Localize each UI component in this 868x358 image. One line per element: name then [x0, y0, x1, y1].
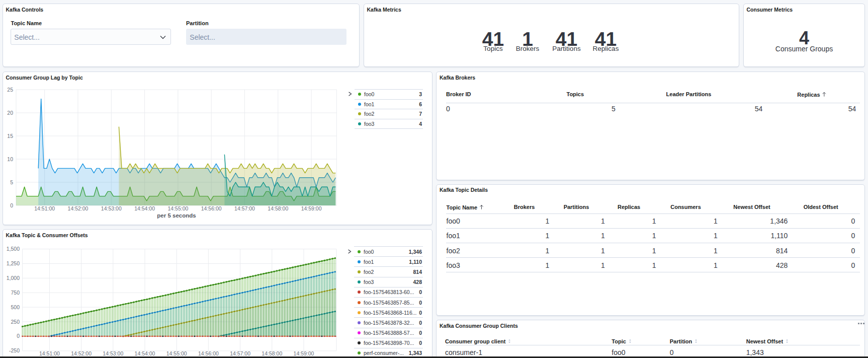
svg-text:14:54:00: 14:54:00 [134, 205, 155, 211]
svg-text:0: 0 [17, 333, 20, 339]
svg-text:10: 10 [7, 156, 13, 162]
svg-text:14:57:00: 14:57:00 [230, 350, 250, 356]
svg-text:14:52:00: 14:52:00 [68, 205, 89, 211]
svg-text:14:51:00: 14:51:00 [39, 350, 60, 356]
svg-text:25: 25 [7, 87, 13, 93]
svg-text:1,250: 1,250 [7, 260, 20, 266]
svg-text:14:55:00: 14:55:00 [166, 350, 187, 356]
svg-text:14:58:00: 14:58:00 [268, 205, 288, 211]
svg-text:500: 500 [11, 304, 20, 310]
svg-text:14:51:00: 14:51:00 [34, 205, 55, 211]
svg-text:14:55:00: 14:55:00 [167, 205, 188, 211]
svg-text:15: 15 [7, 133, 13, 139]
svg-text:14:57:00: 14:57:00 [234, 205, 255, 211]
svg-text:14:59:00: 14:59:00 [301, 205, 322, 211]
svg-text:14:56:00: 14:56:00 [201, 205, 222, 211]
svg-text:14:53:00: 14:53:00 [101, 205, 122, 211]
svg-text:250: 250 [11, 319, 20, 325]
svg-text:1,500: 1,500 [7, 246, 20, 252]
svg-text:-250: -250 [9, 347, 20, 353]
svg-text:per 5 seconds: per 5 seconds [157, 212, 196, 219]
svg-text:14:56:00: 14:56:00 [198, 350, 219, 356]
svg-text:14:52:00: 14:52:00 [71, 350, 92, 356]
svg-text:1,000: 1,000 [7, 275, 20, 281]
svg-text:14:58:00: 14:58:00 [262, 350, 282, 356]
svg-text:5: 5 [10, 179, 13, 185]
svg-text:14:54:00: 14:54:00 [135, 350, 155, 356]
svg-text:750: 750 [11, 290, 20, 296]
svg-text:14:59:00: 14:59:00 [294, 350, 314, 356]
svg-text:0: 0 [10, 202, 13, 208]
svg-text:20: 20 [7, 110, 13, 116]
svg-text:14:53:00: 14:53:00 [103, 350, 123, 356]
